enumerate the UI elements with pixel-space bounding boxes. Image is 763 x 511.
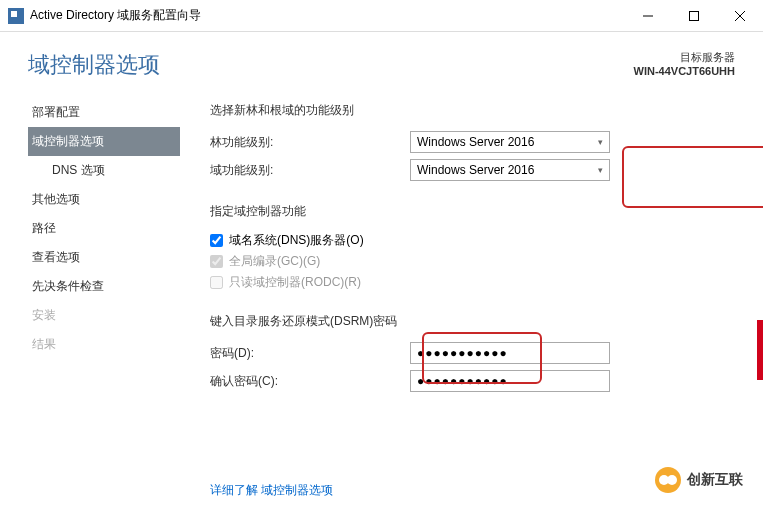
- minimize-button[interactable]: [625, 0, 671, 32]
- header: 域控制器选项 目标服务器 WIN-44VCJT66UHH: [0, 32, 763, 88]
- server-name: WIN-44VCJT66UHH: [634, 65, 735, 77]
- sidebar-item-deployment[interactable]: 部署配置: [28, 98, 180, 127]
- sidebar-item-dcoptions[interactable]: 域控制器选项: [28, 127, 180, 156]
- password-row: 密码(D):: [210, 342, 733, 364]
- confirm-password-label: 确认密码(C):: [210, 373, 410, 390]
- page-title: 域控制器选项: [28, 50, 160, 80]
- chevron-down-icon: ▾: [598, 165, 603, 175]
- forest-level-value: Windows Server 2016: [417, 135, 534, 149]
- server-label: 目标服务器: [634, 50, 735, 65]
- section-dc-capabilities: 指定域控制器功能: [210, 203, 733, 220]
- dns-checkbox[interactable]: [210, 234, 223, 247]
- password-input[interactable]: [410, 342, 610, 364]
- watermark: 创新互联: [655, 467, 743, 493]
- sidebar-item-other[interactable]: 其他选项: [28, 185, 180, 214]
- window-controls: [625, 0, 763, 32]
- domain-level-label: 域功能级别:: [210, 162, 410, 179]
- watermark-text: 创新互联: [687, 471, 743, 489]
- forest-level-label: 林功能级别:: [210, 134, 410, 151]
- svg-rect-1: [690, 11, 699, 20]
- sidebar-item-review[interactable]: 查看选项: [28, 243, 180, 272]
- sidebar-item-install: 安装: [28, 301, 180, 330]
- chevron-down-icon: ▾: [598, 137, 603, 147]
- gc-checkbox-label: 全局编录(GC)(G): [229, 253, 320, 270]
- domain-level-value: Windows Server 2016: [417, 163, 534, 177]
- maximize-button[interactable]: [671, 0, 717, 32]
- close-button[interactable]: [717, 0, 763, 32]
- domain-level-dropdown[interactable]: Windows Server 2016 ▾: [410, 159, 610, 181]
- confirm-password-row: 确认密码(C):: [210, 370, 733, 392]
- section-dsrm: 键入目录服务还原模式(DSRM)密码: [210, 313, 733, 330]
- sidebar: 部署配置 域控制器选项 DNS 选项 其他选项 路径 查看选项 先决条件检查 安…: [0, 88, 180, 499]
- password-label: 密码(D):: [210, 345, 410, 362]
- forest-level-dropdown[interactable]: Windows Server 2016 ▾: [410, 131, 610, 153]
- watermark-icon: [655, 467, 681, 493]
- forest-level-row: 林功能级别: Windows Server 2016 ▾: [210, 131, 733, 153]
- dns-checkbox-row: 域名系统(DNS)服务器(O): [210, 232, 733, 249]
- app-icon: [8, 8, 24, 24]
- titlebar-text: Active Directory 域服务配置向导: [30, 7, 625, 24]
- server-info: 目标服务器 WIN-44VCJT66UHH: [634, 50, 735, 80]
- more-info-link[interactable]: 详细了解 域控制器选项: [210, 483, 333, 497]
- titlebar: Active Directory 域服务配置向导: [0, 0, 763, 32]
- section-functional-levels: 选择新林和根域的功能级别: [210, 102, 733, 119]
- content: 部署配置 域控制器选项 DNS 选项 其他选项 路径 查看选项 先决条件检查 安…: [0, 88, 763, 499]
- confirm-password-input[interactable]: [410, 370, 610, 392]
- sidebar-item-dns[interactable]: DNS 选项: [28, 156, 180, 185]
- rodc-checkbox-row: 只读域控制器(RODC)(R): [210, 274, 733, 291]
- dns-checkbox-label: 域名系统(DNS)服务器(O): [229, 232, 364, 249]
- main-panel: 选择新林和根域的功能级别 林功能级别: Windows Server 2016 …: [180, 88, 763, 499]
- sidebar-item-paths[interactable]: 路径: [28, 214, 180, 243]
- gc-checkbox: [210, 255, 223, 268]
- sidebar-item-results: 结果: [28, 330, 180, 359]
- domain-level-row: 域功能级别: Windows Server 2016 ▾: [210, 159, 733, 181]
- gc-checkbox-row: 全局编录(GC)(G): [210, 253, 733, 270]
- red-side-mark: [757, 320, 763, 380]
- sidebar-item-prereq[interactable]: 先决条件检查: [28, 272, 180, 301]
- rodc-checkbox-label: 只读域控制器(RODC)(R): [229, 274, 361, 291]
- rodc-checkbox: [210, 276, 223, 289]
